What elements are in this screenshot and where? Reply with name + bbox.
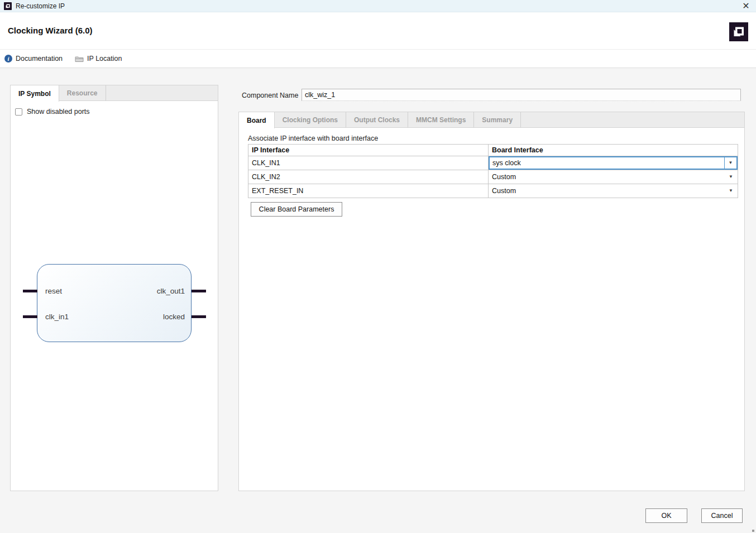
table-row: EXT_RESET_IN Custom ▼ — [248, 184, 738, 198]
cancel-button[interactable]: Cancel — [701, 508, 743, 523]
column-header-board-interface: Board Interface — [489, 145, 738, 156]
board-interface-combobox-clk-in1[interactable]: sys clock ▼ — [489, 156, 738, 170]
folder-icon — [75, 55, 84, 63]
info-icon: i — [4, 55, 12, 63]
settings-panel: Board Clocking Options Output Clocks MMC… — [238, 112, 745, 491]
table-row: CLK_IN1 sys clock ▼ — [248, 156, 738, 170]
ip-interface-cell: CLK_IN1 — [248, 156, 489, 170]
tab-board[interactable]: Board — [239, 112, 275, 128]
board-interface-cell: sys clock ▼ — [489, 156, 738, 170]
port-label-clk-out1: clk_out1 — [140, 287, 185, 295]
board-interface-table: IP Interface Board Interface CLK_IN1 sys… — [248, 144, 738, 198]
tab-output-clocks[interactable]: Output Clocks — [346, 112, 408, 128]
resize-grip[interactable] — [752, 530, 754, 532]
close-icon[interactable]: ✕ — [739, 0, 753, 12]
ip-location-button[interactable]: IP Location — [75, 55, 122, 63]
window-title: Re-customize IP — [16, 2, 65, 10]
port-label-locked: locked — [140, 313, 185, 321]
table-header-row: IP Interface Board Interface — [248, 145, 738, 156]
tab-ip-symbol[interactable]: IP Symbol — [11, 85, 59, 102]
ip-symbol-block — [37, 264, 192, 342]
app-logo-icon — [4, 2, 12, 10]
ip-interface-cell: CLK_IN2 — [248, 170, 489, 184]
dialog-header: Clocking Wizard (6.0) — [0, 12, 756, 49]
port-label-reset: reset — [45, 287, 62, 295]
port-stub-reset — [23, 290, 37, 292]
port-stub-clk-in1 — [23, 315, 37, 318]
port-stub-clk-out1 — [192, 290, 206, 292]
board-interface-combobox-ext-reset-in[interactable]: Custom ▼ — [489, 184, 738, 198]
tab-mmcm-settings[interactable]: MMCM Settings — [408, 112, 474, 128]
combobox-value: Custom — [492, 173, 516, 181]
ip-location-label: IP Location — [87, 55, 122, 63]
component-name-label: Component Name — [242, 92, 298, 99]
window-titlebar: Re-customize IP ✕ — [0, 0, 756, 12]
board-interface-combobox-clk-in2[interactable]: Custom ▼ — [489, 170, 738, 184]
port-stub-locked — [192, 315, 206, 318]
combobox-arrow-button[interactable]: ▼ — [724, 157, 736, 169]
port-label-clk-in1: clk_in1 — [45, 313, 69, 321]
column-header-ip-interface: IP Interface — [248, 145, 489, 156]
tab-clocking-options[interactable]: Clocking Options — [275, 112, 346, 128]
show-disabled-ports-row: Show disabled ports — [15, 108, 90, 116]
documentation-button[interactable]: i Documentation — [4, 55, 63, 63]
page-title: Clocking Wizard (6.0) — [8, 26, 93, 35]
combobox-value: Custom — [492, 187, 516, 195]
board-caption: Associate IP interface with board interf… — [248, 135, 378, 142]
show-disabled-ports-label[interactable]: Show disabled ports — [27, 108, 90, 116]
tab-resource[interactable]: Resource — [59, 85, 106, 101]
left-tabstrip: IP Symbol Resource — [11, 85, 218, 101]
tab-summary[interactable]: Summary — [474, 112, 521, 128]
ok-button[interactable]: OK — [645, 508, 687, 523]
ip-symbol-panel: IP Symbol Resource Show disabled ports r… — [10, 85, 218, 491]
combobox-value: sys clock — [492, 159, 521, 167]
clear-board-parameters-button[interactable]: Clear Board Parameters — [251, 202, 342, 217]
chevron-down-icon: ▼ — [729, 189, 733, 193]
chevron-down-icon: ▼ — [729, 175, 733, 179]
chevron-down-icon: ▼ — [729, 161, 733, 165]
toolbar: i Documentation IP Location — [0, 49, 756, 68]
component-name-input[interactable] — [302, 89, 741, 101]
documentation-label: Documentation — [16, 55, 63, 63]
table-row: CLK_IN2 Custom ▼ — [248, 170, 738, 184]
main-tabstrip: Board Clocking Options Output Clocks MMC… — [239, 112, 744, 128]
ip-interface-cell: EXT_RESET_IN — [248, 184, 489, 198]
brand-logo-icon — [729, 22, 748, 41]
show-disabled-ports-checkbox[interactable] — [15, 108, 22, 116]
